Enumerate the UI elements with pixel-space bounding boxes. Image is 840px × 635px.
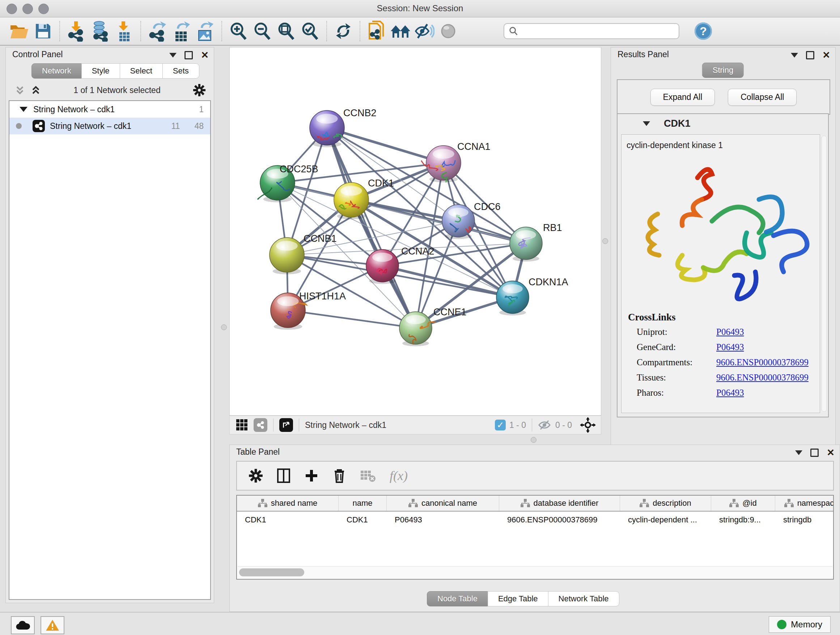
- tab-network[interactable]: Network: [32, 63, 82, 79]
- network-canvas[interactable]: CCNB2CCNA1CDC25BCDK1CDC6RB1CCNB1CCNA2CDK…: [229, 47, 601, 416]
- column-header-shared-name[interactable]: shared name: [237, 496, 339, 511]
- tab-select[interactable]: Select: [120, 63, 163, 79]
- gear-icon[interactable]: [193, 84, 206, 97]
- cloud-button[interactable]: [11, 616, 35, 634]
- crosslink-link[interactable]: 9606.ENSP00000378699: [716, 357, 808, 367]
- horizontal-splitter-handle[interactable]: [531, 437, 537, 443]
- table-panel-close-icon[interactable]: ✕: [827, 450, 835, 456]
- column-header--id[interactable]: @id: [711, 496, 775, 511]
- table-horizontal-scrollbar[interactable]: [238, 566, 832, 578]
- network-node-CDC6[interactable]: [442, 204, 475, 239]
- tab-network-table[interactable]: Network Table: [548, 591, 619, 606]
- sphere-icon[interactable]: [436, 20, 460, 42]
- tab-edge-table[interactable]: Edge Table: [488, 591, 548, 606]
- export-network-icon[interactable]: [145, 20, 169, 42]
- table-cell[interactable]: P06493: [387, 511, 499, 528]
- control-panel-menu-icon[interactable]: [169, 53, 177, 57]
- expand-all-button[interactable]: Expand All: [651, 89, 715, 106]
- table-panel-menu-icon[interactable]: [795, 450, 802, 455]
- node-table[interactable]: shared namenamecanonical namedatabase id…: [236, 495, 834, 580]
- import-table-icon[interactable]: [112, 20, 136, 42]
- gene-disclosure-icon[interactable]: [643, 121, 650, 126]
- network-node-CDK1[interactable]: [334, 182, 369, 219]
- network-node-CCNB1[interactable]: [270, 238, 304, 274]
- gear-icon[interactable]: [248, 469, 263, 483]
- results-panel-close-icon[interactable]: ✕: [822, 52, 830, 58]
- save-session-icon[interactable]: [31, 20, 55, 42]
- network-status-dot: [16, 123, 22, 129]
- column-header-name[interactable]: name: [339, 496, 387, 511]
- results-scrollbar[interactable]: [821, 136, 827, 412]
- memory-button[interactable]: Memory: [769, 616, 831, 633]
- refresh-view-icon[interactable]: [332, 20, 355, 42]
- crosslink-link[interactable]: P06493: [716, 342, 744, 352]
- tab-style[interactable]: Style: [81, 63, 120, 79]
- control-panel-float-icon[interactable]: [185, 51, 193, 59]
- tab-sets[interactable]: Sets: [163, 63, 199, 79]
- control-panel-close-icon[interactable]: ✕: [201, 52, 209, 58]
- import-network-file-icon[interactable]: [65, 20, 88, 42]
- column-header-canonical-name[interactable]: canonical name: [387, 496, 499, 511]
- table-cell[interactable]: cyclin-dependent ...: [620, 511, 711, 528]
- help-icon[interactable]: ?: [695, 22, 712, 40]
- collapse-all-button[interactable]: Collapse All: [728, 89, 797, 106]
- selected-checkbox-icon[interactable]: ✓: [495, 420, 506, 431]
- eye-slash-icon[interactable]: [412, 20, 436, 42]
- table-cell[interactable]: CDK1: [237, 511, 339, 528]
- column-header-label: canonical name: [422, 499, 477, 508]
- results-buttons-box: Expand All Collapse All: [617, 79, 830, 115]
- tab-node-table[interactable]: Node Table: [427, 591, 488, 606]
- expand-all-chevron-icon[interactable]: [30, 85, 41, 96]
- tab-string[interactable]: String: [702, 63, 744, 78]
- network-collection-row[interactable]: String Network – cdk1 1: [9, 101, 210, 118]
- open-in-window-icon[interactable]: [279, 418, 293, 432]
- network-row[interactable]: String Network – cdk1 11 48: [9, 118, 210, 134]
- gene-section-header[interactable]: CDK1: [617, 114, 828, 133]
- crosslink-link[interactable]: P06493: [716, 388, 744, 398]
- table-cell[interactable]: stringdb:9...: [711, 511, 775, 528]
- table-cell[interactable]: CDK1: [339, 511, 387, 528]
- scrollbar-thumb[interactable]: [239, 568, 304, 576]
- column-header-label: namespace: [797, 499, 834, 508]
- search-box: [504, 23, 679, 39]
- zoom-fit-icon[interactable]: [274, 20, 298, 42]
- export-image-icon[interactable]: [193, 20, 217, 42]
- network-node-label-CDC25B: CDC25B: [279, 164, 318, 174]
- table-cell[interactable]: 9606.ENSP00000378699: [499, 511, 620, 528]
- open-session-icon[interactable]: [7, 20, 31, 42]
- warnings-button[interactable]: [41, 616, 65, 634]
- table-row[interactable]: CDK1CDK1P064939606.ENSP00000378699cyclin…: [237, 511, 833, 528]
- zoom-in-icon[interactable]: [226, 20, 250, 42]
- export-table-icon[interactable]: [169, 20, 193, 42]
- search-input[interactable]: [518, 26, 674, 36]
- string-view-icon[interactable]: [254, 418, 267, 432]
- results-panel-float-icon[interactable]: [806, 51, 814, 59]
- table-cell[interactable]: stringdb: [775, 511, 834, 528]
- houses-icon[interactable]: [388, 20, 412, 42]
- collapse-all-chevron-icon[interactable]: [14, 85, 25, 96]
- delete-column-icon[interactable]: [332, 468, 346, 484]
- table-panel-float-icon[interactable]: [810, 448, 819, 457]
- right-splitter-handle[interactable]: [602, 238, 608, 244]
- import-network-database-icon[interactable]: [88, 20, 112, 42]
- column-header-database-identifier[interactable]: database identifier: [499, 496, 620, 511]
- zoom-selected-icon[interactable]: [298, 20, 322, 42]
- column-header-description[interactable]: description: [620, 496, 711, 511]
- fit-content-crosshair-icon[interactable]: [580, 417, 596, 433]
- clone-network-icon[interactable]: [365, 20, 388, 42]
- crosslink-link[interactable]: P06493: [716, 327, 744, 337]
- disclosure-triangle-icon[interactable]: [19, 107, 27, 112]
- grid-view-icon[interactable]: [235, 418, 248, 432]
- column-header-namespace[interactable]: namespace: [775, 496, 834, 511]
- show-columns-icon[interactable]: [277, 468, 291, 483]
- network-node-CCNA1[interactable]: [422, 146, 461, 182]
- network-node-CDKN1A[interactable]: [496, 281, 529, 315]
- network-node-label-CCNE1: CCNE1: [433, 307, 467, 318]
- crosslink-link[interactable]: 9606.ENSP00000378699: [716, 372, 808, 383]
- results-panel-menu-icon[interactable]: [791, 53, 798, 57]
- network-node-RB1[interactable]: [510, 227, 542, 261]
- add-column-icon[interactable]: [304, 469, 319, 483]
- zoom-out-icon[interactable]: [250, 20, 274, 42]
- left-splitter-handle[interactable]: [221, 325, 227, 330]
- structure-ribbon: [703, 252, 747, 271]
